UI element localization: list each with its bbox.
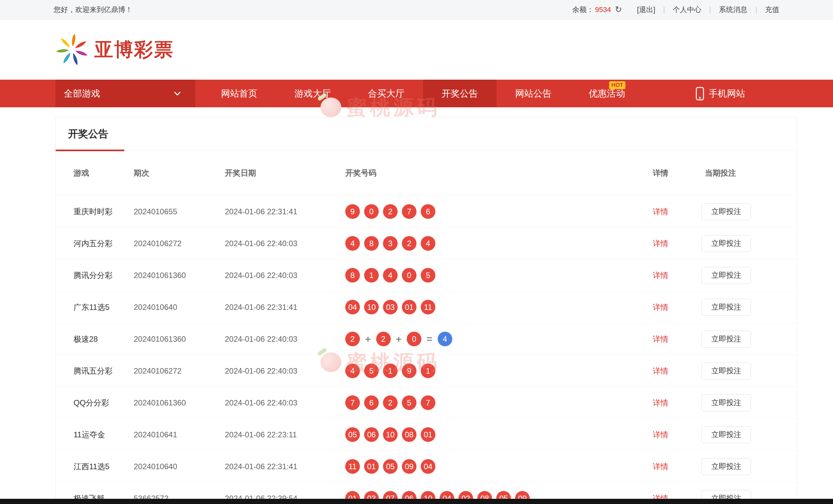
detail-link[interactable]: 详情 xyxy=(653,303,668,311)
detail-link[interactable]: 详情 xyxy=(653,398,668,407)
draw-numbers: 48324 xyxy=(345,236,653,251)
nav-item-label: 手机网站 xyxy=(709,87,745,100)
draw-numbers: 0506100801 xyxy=(345,427,653,442)
nav-item-label: 网站公告 xyxy=(515,87,551,100)
draw-numbers: 90276 xyxy=(345,204,653,219)
lottery-ball: 6 xyxy=(421,204,435,219)
nav-items: 网站首页游戏大厅合买大厅开奖公告网站公告优惠活动HOT手机网站 xyxy=(203,80,797,107)
nav-item-1[interactable]: 游戏大厅 xyxy=(276,80,350,107)
draw-numbers: 1101050904 xyxy=(345,459,653,474)
lottery-ball: 05 xyxy=(345,427,360,442)
lottery-ball: 7 xyxy=(421,395,435,410)
game-name: 重庆时时彩 xyxy=(74,206,134,217)
pinwheel-logo-icon xyxy=(55,32,89,67)
lottery-ball: 4 xyxy=(345,363,360,378)
draw-numbers: 45191 xyxy=(345,363,653,378)
bet-now-button[interactable]: 立即投注 xyxy=(701,458,751,475)
bet-now-button[interactable]: 立即投注 xyxy=(701,426,751,443)
all-games-dropdown[interactable]: 全部游戏 xyxy=(55,80,195,107)
period-number: 202401061360 xyxy=(134,271,225,280)
lottery-ball: 6 xyxy=(364,395,379,410)
bet-now-button[interactable]: 立即投注 xyxy=(701,267,751,284)
lottery-ball: 09 xyxy=(515,491,530,500)
lottery-ball: 08 xyxy=(402,427,416,442)
site-header: 亚博彩票 xyxy=(0,20,833,80)
nav-item-3[interactable]: 开奖公告 xyxy=(423,80,497,107)
header-numbers: 开奖号码 xyxy=(345,168,653,178)
lottery-ball: 09 xyxy=(402,459,416,474)
bet-now-button[interactable]: 立即投注 xyxy=(701,395,751,411)
logout-link[interactable]: [退出] xyxy=(637,5,655,15)
header-period: 期次 xyxy=(134,168,225,178)
brand-logo[interactable]: 亚博彩票 xyxy=(55,32,174,67)
bet-now-button[interactable]: 立即投注 xyxy=(701,362,751,379)
draw-numbers: 01030706100402080509 xyxy=(345,491,653,500)
lottery-ball: 06 xyxy=(402,491,416,500)
lottery-ball: 0 xyxy=(407,332,421,346)
detail-link[interactable]: 详情 xyxy=(653,334,668,343)
detail-link[interactable]: 详情 xyxy=(653,462,668,471)
balance-label: 余额： xyxy=(572,5,594,15)
lottery-ball: 0 xyxy=(402,268,416,282)
recharge-link[interactable]: 充值 xyxy=(765,5,779,15)
bottom-strip xyxy=(0,499,833,504)
lottery-ball: 1 xyxy=(364,268,379,282)
lottery-ball: 05 xyxy=(383,459,398,474)
separator: | xyxy=(755,5,757,14)
operator: = xyxy=(427,334,432,345)
lottery-ball: 9 xyxy=(345,204,360,219)
detail-link[interactable]: 详情 xyxy=(653,239,668,248)
all-games-label: 全部游戏 xyxy=(64,87,100,100)
lottery-ball: 8 xyxy=(345,268,360,282)
period-number: 2024010640 xyxy=(134,303,225,312)
lottery-ball: 2 xyxy=(383,204,398,219)
main-nav: 全部游戏 网站首页游戏大厅合买大厅开奖公告网站公告优惠活动HOT手机网站 xyxy=(0,80,833,107)
game-name: 极速28 xyxy=(74,334,134,344)
page-content: 开奖公告 游戏 期次 开奖日期 开奖号码 详情 当期投注 重庆时时彩202401… xyxy=(0,107,833,500)
nav-item-label: 开奖公告 xyxy=(442,87,478,100)
detail-link[interactable]: 详情 xyxy=(653,430,668,439)
nav-item-label: 合买大厅 xyxy=(368,87,404,100)
bet-now-button[interactable]: 立即投注 xyxy=(701,490,751,500)
header-detail: 详情 xyxy=(653,168,692,178)
lottery-ball: 04 xyxy=(439,491,454,500)
lottery-ball: 4 xyxy=(421,236,435,251)
nav-item-4[interactable]: 网站公告 xyxy=(497,80,570,107)
bet-now-button[interactable]: 立即投注 xyxy=(701,235,751,252)
detail-cell: 详情 xyxy=(653,430,692,440)
header-bet: 当期投注 xyxy=(692,168,797,178)
lottery-ball: 2 xyxy=(402,236,416,251)
detail-link[interactable]: 详情 xyxy=(653,271,668,280)
nav-item-0[interactable]: 网站首页 xyxy=(203,80,276,107)
chevron-down-icon xyxy=(174,89,181,96)
detail-link[interactable]: 详情 xyxy=(653,367,668,375)
lottery-ball: 01 xyxy=(402,300,416,314)
system-messages-link[interactable]: 系统消息 xyxy=(719,5,747,15)
bet-cell: 立即投注 xyxy=(692,426,797,443)
nav-item-6[interactable]: 手机网站 xyxy=(644,80,797,107)
bet-now-button[interactable]: 立即投注 xyxy=(701,203,751,220)
lottery-ball: 2 xyxy=(345,332,360,346)
lottery-ball: 08 xyxy=(477,491,492,500)
detail-cell: 详情 xyxy=(653,334,692,344)
nav-item-2[interactable]: 合买大厅 xyxy=(350,80,423,107)
table-row: 腾讯五分彩202401062722024-01-06 22:40:0345191… xyxy=(56,355,797,387)
lottery-ball: 01 xyxy=(421,427,435,442)
bet-now-button[interactable]: 立即投注 xyxy=(701,331,751,348)
table-row: 腾讯分分彩2024010613602024-01-06 22:40:038140… xyxy=(56,259,797,291)
bet-now-button[interactable]: 立即投注 xyxy=(701,299,751,316)
draw-numbers: 0410030111 xyxy=(345,300,653,314)
draw-numbers: 81405 xyxy=(345,268,653,282)
bet-cell: 立即投注 xyxy=(692,362,797,379)
lottery-ball: 01 xyxy=(364,459,379,474)
bet-cell: 立即投注 xyxy=(692,490,797,500)
user-center-link[interactable]: 个人中心 xyxy=(673,5,701,15)
detail-link[interactable]: 详情 xyxy=(653,207,668,216)
table-row: 11运夺金20240106412024-01-06 22:23:11050610… xyxy=(56,419,797,450)
lottery-ball: 4 xyxy=(438,332,452,346)
nav-item-5[interactable]: 优惠活动HOT xyxy=(570,80,644,107)
separator: | xyxy=(663,5,665,14)
refresh-icon[interactable]: ↻ xyxy=(615,4,622,15)
brand-name: 亚博彩票 xyxy=(94,37,174,62)
period-number: 20240106272 xyxy=(134,367,225,376)
